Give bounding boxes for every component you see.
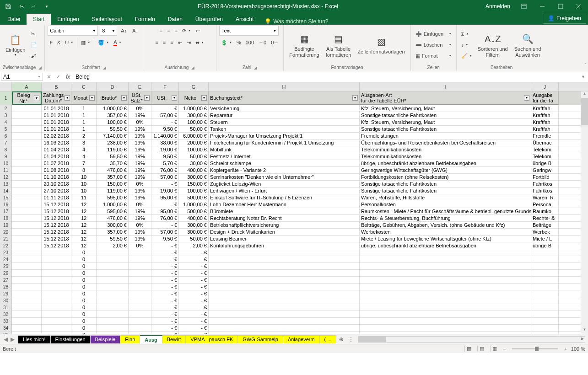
cell[interactable] bbox=[531, 277, 559, 283]
row-header[interactable]: 34 bbox=[0, 325, 12, 332]
cell[interactable]: 10 bbox=[71, 181, 97, 187]
cell[interactable]: 0% bbox=[129, 119, 151, 125]
redo-button[interactable] bbox=[28, 1, 39, 12]
row-header[interactable]: 33 bbox=[0, 318, 12, 325]
cell[interactable] bbox=[129, 256, 151, 262]
sheet-tab[interactable]: Einstellungen bbox=[51, 335, 91, 343]
cell[interactable]: - € bbox=[151, 270, 179, 276]
cell[interactable]: 15.12.2018 bbox=[42, 215, 71, 221]
cell[interactable]: 19% bbox=[129, 194, 151, 201]
cell[interactable]: Kraftfah bbox=[531, 105, 559, 112]
sheet-tab[interactable]: Anlageverm bbox=[283, 335, 320, 343]
cell[interactable]: - € bbox=[151, 297, 179, 304]
cell[interactable]: Seminarkosten "Denken wie ein Unternehme… bbox=[209, 174, 360, 180]
tab-insert[interactable]: Einfügen bbox=[51, 14, 85, 25]
cell[interactable]: Fahrtkos bbox=[531, 188, 559, 194]
row-header[interactable]: 24 bbox=[0, 256, 12, 263]
tab-review[interactable]: Überprüfen bbox=[189, 14, 229, 25]
tab-file[interactable]: Datei bbox=[1, 14, 27, 25]
cell[interactable]: Lohn Dezember Herr Mustermann bbox=[209, 201, 360, 208]
column-header[interactable]: J bbox=[531, 82, 559, 91]
cell[interactable]: 595,00 € bbox=[97, 194, 129, 201]
cell[interactable] bbox=[129, 277, 151, 283]
filter-button[interactable]: ▼ bbox=[65, 95, 70, 101]
cell[interactable]: Reparatur bbox=[209, 112, 360, 118]
cell[interactable] bbox=[12, 318, 42, 324]
cell[interactable] bbox=[12, 277, 42, 283]
cell[interactable] bbox=[12, 146, 42, 153]
cell[interactable] bbox=[531, 290, 559, 297]
cell[interactable]: Betriebshaftpflichtversicherung bbox=[209, 222, 360, 228]
cell[interactable]: - € bbox=[151, 222, 179, 228]
row-header[interactable]: 15 bbox=[0, 194, 12, 201]
row-header[interactable]: 1 bbox=[0, 91, 12, 105]
cell[interactable]: 0 bbox=[71, 318, 97, 324]
row-header[interactable]: 17 bbox=[0, 208, 12, 215]
cell[interactable]: Kfz: Steuern, Versicherung, Maut bbox=[360, 105, 531, 112]
cell[interactable] bbox=[531, 270, 559, 276]
comma-button[interactable]: 000 bbox=[244, 38, 256, 48]
cell[interactable] bbox=[12, 304, 42, 311]
cell[interactable]: 57,00 € bbox=[151, 174, 179, 180]
row-header[interactable]: 19 bbox=[0, 222, 12, 229]
cell[interactable]: Geringw bbox=[531, 167, 559, 173]
cell[interactable]: 0 bbox=[71, 284, 97, 290]
filter-button[interactable]: ▼ bbox=[524, 95, 529, 101]
accounting-button[interactable]: 💲▼ bbox=[219, 38, 234, 48]
cell[interactable] bbox=[12, 297, 42, 304]
cell[interactable]: 57,00 € bbox=[151, 229, 179, 235]
qat-customize-icon[interactable]: ▼ bbox=[41, 1, 52, 12]
cell[interactable]: 1 bbox=[71, 105, 97, 112]
cell[interactable]: - € bbox=[179, 256, 209, 262]
cell[interactable]: 12 bbox=[71, 215, 97, 221]
copy-button[interactable]: 📄 bbox=[29, 40, 39, 50]
cell[interactable]: Rechts- & bbox=[531, 215, 559, 221]
cell[interactable]: 119,00 € bbox=[97, 146, 129, 153]
cell[interactable]: - € bbox=[179, 318, 209, 324]
cell[interactable]: 100,00 € bbox=[97, 119, 129, 125]
row-header[interactable]: 7 bbox=[0, 139, 12, 146]
cell[interactable]: 12 bbox=[71, 222, 97, 228]
cell[interactable] bbox=[97, 263, 129, 269]
cell[interactable]: 100,00 € bbox=[179, 146, 209, 153]
cell[interactable] bbox=[12, 236, 42, 242]
cell[interactable]: 95,00 € bbox=[151, 208, 179, 214]
cell[interactable]: 7 bbox=[71, 160, 97, 166]
cell[interactable]: Waren, Rohstoffe, Hilfsstoffe bbox=[360, 194, 531, 201]
select-all-corner[interactable] bbox=[0, 82, 12, 91]
cell[interactable]: 01.11.2018 bbox=[42, 194, 71, 201]
cell[interactable]: Miete / Leasing für bewegliche Wirtschaf… bbox=[360, 236, 531, 242]
share-button[interactable]: 👤 Freigeben bbox=[543, 13, 586, 24]
cell[interactable] bbox=[12, 222, 42, 228]
cell[interactable]: Sonstige tatsächliche Fahrtkosten bbox=[360, 181, 531, 187]
cell[interactable] bbox=[42, 297, 71, 304]
cell[interactable] bbox=[360, 270, 531, 276]
cell[interactable] bbox=[42, 332, 71, 334]
cell[interactable]: Projekt-Manager für Umsetzung Projekt 1 bbox=[209, 133, 360, 139]
shrink-font-button[interactable]: A↓ bbox=[130, 26, 140, 36]
cell[interactable]: 0 bbox=[71, 277, 97, 283]
cell[interactable] bbox=[360, 256, 531, 262]
row-header[interactable]: 4 bbox=[0, 119, 12, 126]
table-header-cell[interactable]: Monat▼ bbox=[71, 91, 97, 105]
cell[interactable]: Zugticket Leipzig-Wien bbox=[209, 181, 360, 187]
cell[interactable]: - € bbox=[151, 325, 179, 331]
cell[interactable] bbox=[42, 304, 71, 311]
cell[interactable]: 38,00 € bbox=[151, 139, 179, 146]
cell[interactable]: 01.08.2018 bbox=[42, 167, 71, 173]
table-header-cell[interactable]: Buchungstext*▼ bbox=[209, 91, 360, 105]
as-table-button[interactable]: ▤Als Tabelle formatieren bbox=[323, 29, 354, 61]
cell[interactable] bbox=[531, 256, 559, 262]
tell-me[interactable]: 💡 Was möchten Sie tun? bbox=[260, 18, 333, 25]
cell[interactable]: Schreibtischlampe bbox=[209, 160, 360, 166]
cell[interactable]: - € bbox=[151, 256, 179, 262]
cell[interactable]: 19% bbox=[129, 133, 151, 139]
cell[interactable]: Rechts- & Steuerberatung, Buchführung bbox=[360, 215, 531, 221]
zoom-slider[interactable] bbox=[512, 348, 558, 349]
sheet-tab[interactable]: ( ... bbox=[320, 335, 337, 343]
cell[interactable]: Persona bbox=[531, 201, 559, 208]
cell[interactable] bbox=[129, 249, 151, 256]
cell[interactable]: 59,50 € bbox=[97, 153, 129, 160]
column-header[interactable]: C bbox=[71, 82, 97, 91]
cell[interactable]: 19% bbox=[129, 146, 151, 153]
